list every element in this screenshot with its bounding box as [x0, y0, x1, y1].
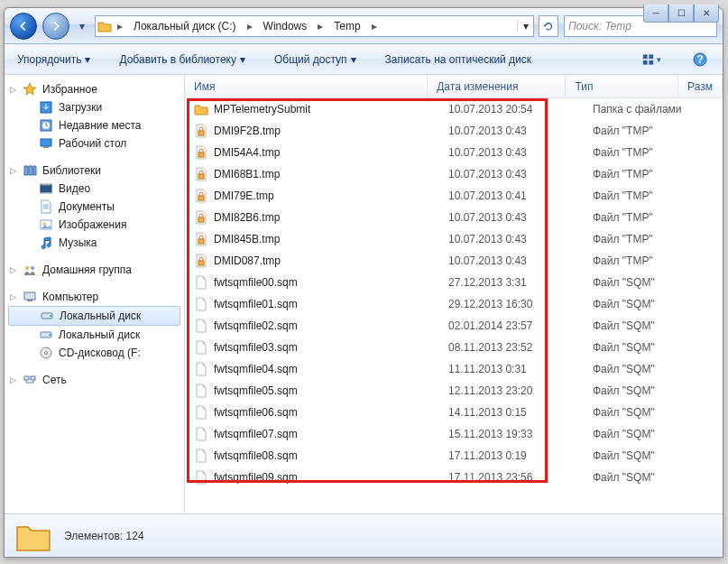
- file-date: 11.11.2013 0:31: [439, 363, 584, 375]
- lock-icon: [194, 145, 208, 160]
- file-row[interactable]: DMI54A4.tmp10.07.2013 0:43Файл "TMP": [185, 142, 723, 163]
- file-date: 12.11.2013 23:20: [439, 384, 584, 397]
- sidebar-favorites-head[interactable]: ▷ Избранное: [5, 80, 184, 98]
- file-row[interactable]: fwtsqmfile02.sqm02.01.2014 23:57Файл "SQ…: [185, 315, 723, 337]
- file-name: DMI82B6.tmp: [214, 211, 280, 224]
- back-button[interactable]: [10, 13, 37, 40]
- refresh-icon: [542, 20, 555, 32]
- sidebar-item-desktop[interactable]: Рабочий стол: [5, 134, 184, 153]
- file-rows: MPTelemetrySubmit10.07.2013 20:54Папка с…: [185, 98, 723, 513]
- minimize-button[interactable]: ─: [643, 5, 668, 23]
- refresh-button[interactable]: [539, 15, 558, 37]
- share-menu[interactable]: Общий доступ▾: [274, 53, 356, 66]
- sidebar-item-local-disk[interactable]: Локальный диск: [8, 306, 180, 326]
- forward-button[interactable]: [42, 13, 69, 40]
- file-row[interactable]: fwtsqmfile03.sqm08.11.2013 23:52Файл "SQ…: [185, 337, 723, 358]
- sidebar-homegroup-head[interactable]: ▷ Домашняя группа: [5, 261, 184, 279]
- file-date: 10.07.2013 0:43: [439, 254, 584, 267]
- sidebar-item-images[interactable]: Изображения: [5, 216, 184, 234]
- column-type[interactable]: Тип: [566, 75, 678, 97]
- file-row[interactable]: DMID087.tmp10.07.2013 0:43Файл "TMP": [185, 250, 723, 272]
- file-date: 10.07.2013 0:41: [439, 190, 584, 202]
- file-row[interactable]: fwtsqmfile07.sqm15.11.2013 19:33Файл "SQ…: [185, 423, 723, 445]
- file-date: 10.07.2013 20:54: [439, 103, 584, 116]
- hdd-icon: [39, 328, 53, 342]
- file-row[interactable]: MPTelemetrySubmit10.07.2013 20:54Папка с…: [185, 98, 723, 120]
- file-date: 14.11.2013 0:15: [439, 406, 584, 419]
- file-row[interactable]: fwtsqmfile06.sqm14.11.2013 0:15Файл "SQM…: [185, 402, 723, 423]
- column-name[interactable]: Имя: [185, 75, 428, 97]
- file-row[interactable]: DMI79E.tmp10.07.2013 0:41Файл "TMP": [185, 185, 723, 207]
- add-to-library-menu[interactable]: Добавить в библиотеку▾: [119, 53, 245, 66]
- chevron-down-icon: ▾: [240, 53, 245, 66]
- organize-menu[interactable]: Упорядочить▾: [17, 53, 90, 66]
- file-name: DMI845B.tmp: [214, 233, 280, 245]
- collapse-icon: ▷: [10, 292, 16, 301]
- sidebar-computer-head[interactable]: ▷ Компьютер: [5, 288, 184, 306]
- file-type: Файл "SQM": [584, 449, 701, 462]
- file-date: 10.07.2013 0:43: [439, 233, 584, 245]
- file-row[interactable]: fwtsqmfile05.sqm12.11.2013 23:20Файл "SQ…: [185, 380, 723, 402]
- sidebar-item-local-disk[interactable]: Локальный диск: [5, 326, 184, 344]
- file-row[interactable]: fwtsqmfile09.sqm17.11.2013 23:56Файл "SQ…: [185, 467, 723, 488]
- sidebar-item-video[interactable]: Видео: [5, 180, 184, 198]
- lock-icon: [194, 254, 208, 268]
- file-name: fwtsqmfile02.sqm: [214, 319, 298, 332]
- file-row[interactable]: DMI845B.tmp10.07.2013 0:43Файл "TMP": [185, 228, 723, 250]
- file-icon: [194, 427, 208, 441]
- collapse-icon: ▷: [10, 265, 16, 274]
- column-date[interactable]: Дата изменения: [428, 75, 566, 97]
- file-type: Файл "TMP": [584, 254, 701, 267]
- sidebar-item-documents[interactable]: Документы: [5, 198, 184, 216]
- file-row[interactable]: DMI82B6.tmp10.07.2013 0:43Файл "TMP": [185, 207, 723, 228]
- breadcrumb-seg[interactable]: Локальный диск (C:): [126, 16, 244, 36]
- file-type: Файл "TMP": [584, 125, 701, 137]
- file-row[interactable]: fwtsqmfile04.sqm11.11.2013 0:31Файл "SQM…: [185, 358, 723, 380]
- collapse-icon: ▷: [10, 166, 16, 175]
- video-icon: [39, 181, 53, 196]
- file-icon: [194, 319, 208, 333]
- address-dropdown[interactable]: ▾: [517, 20, 533, 32]
- file-row[interactable]: fwtsqmfile08.sqm17.11.2013 0:19Файл "SQM…: [185, 445, 723, 467]
- file-row[interactable]: fwtsqmfile00.sqm27.12.2013 3:31Файл "SQM…: [185, 272, 723, 293]
- sidebar-libraries-head[interactable]: ▷ Библиотеки: [5, 162, 184, 180]
- sidebar-item-recent[interactable]: Недавние места: [5, 116, 184, 134]
- sidebar-item-downloads[interactable]: Загрузки: [5, 98, 184, 116]
- breadcrumb-seg[interactable]: Temp: [327, 16, 367, 36]
- file-row[interactable]: fwtsqmfile01.sqm29.12.2013 16:30Файл "SQ…: [185, 293, 723, 315]
- file-name: fwtsqmfile08.sqm: [214, 449, 298, 462]
- sidebar: ▷ Избранное Загрузки Недавние места Рабо…: [5, 75, 185, 513]
- file-list: Имя Дата изменения Тип Разм MPTelemetryS…: [185, 75, 723, 513]
- help-button[interactable]: [690, 50, 710, 69]
- file-icon: [194, 448, 208, 463]
- file-name: DMI79E.tmp: [214, 190, 274, 202]
- file-type: Файл "TMP": [584, 190, 701, 202]
- file-type: Файл "TMP": [584, 146, 701, 159]
- lock-icon: [194, 189, 208, 203]
- file-name: DMID087.tmp: [214, 254, 281, 267]
- address-bar[interactable]: ▸ Локальный диск (C:) ▸ Windows ▸ Temp ▸…: [95, 15, 534, 37]
- chevron-right-icon[interactable]: ▸: [314, 20, 327, 32]
- lock-icon: [194, 124, 208, 138]
- cd-icon: [39, 346, 53, 360]
- close-button[interactable]: ✕: [694, 5, 719, 23]
- file-date: 10.07.2013 0:43: [439, 146, 584, 159]
- burn-button[interactable]: Записать на оптический диск: [385, 53, 532, 66]
- views-button[interactable]: ▾: [641, 50, 661, 69]
- file-type: Файл "TMP": [584, 168, 701, 180]
- column-size[interactable]: Разм: [678, 75, 723, 97]
- explorer-window: ─ ☐ ✕ ▾ ▸ Локальный диск (C:) ▸ Windows …: [4, 7, 723, 558]
- history-dropdown[interactable]: ▾: [75, 15, 89, 37]
- breadcrumb-seg[interactable]: Windows: [256, 16, 315, 36]
- chevron-right-icon[interactable]: ▸: [244, 20, 256, 32]
- maximize-button[interactable]: ☐: [668, 5, 694, 23]
- sidebar-item-cd-drive[interactable]: CD-дисковод (F:: [5, 344, 184, 362]
- file-row[interactable]: DMI68B1.tmp10.07.2013 0:43Файл "TMP": [185, 163, 723, 185]
- body: ▷ Избранное Загрузки Недавние места Рабо…: [5, 75, 723, 513]
- sidebar-item-music[interactable]: Музыка: [5, 234, 184, 252]
- sidebar-network-head[interactable]: ▷ Сеть: [5, 371, 184, 389]
- file-row[interactable]: DMI9F2B.tmp10.07.2013 0:43Файл "TMP": [185, 120, 723, 142]
- chevron-right-icon[interactable]: ▸: [368, 20, 381, 32]
- chevron-down-icon: ▾: [657, 55, 661, 64]
- file-type: Папка с файлами: [584, 103, 701, 116]
